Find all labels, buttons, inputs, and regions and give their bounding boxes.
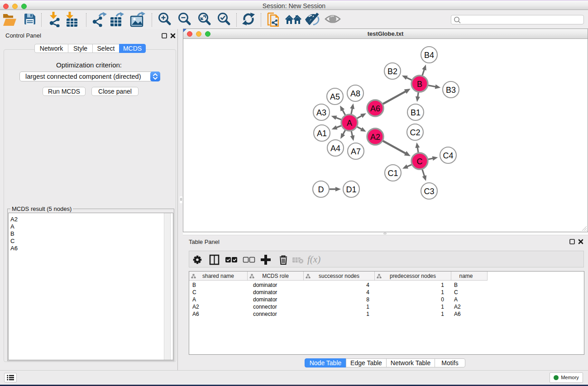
svg-text:C2: C2 (410, 128, 420, 137)
svg-text:B1: B1 (411, 108, 421, 117)
svg-text:B4: B4 (424, 51, 434, 60)
svg-text:B3: B3 (446, 86, 456, 95)
svg-text:A6: A6 (370, 104, 380, 113)
svg-text:A5: A5 (330, 92, 340, 101)
svg-text:A3: A3 (316, 108, 326, 117)
svg-text:A7: A7 (351, 147, 361, 156)
svg-text:C1: C1 (387, 169, 398, 178)
svg-text:A1: A1 (317, 129, 327, 138)
svg-text:C: C (417, 157, 423, 166)
svg-text:D1: D1 (346, 185, 356, 194)
svg-text:C3: C3 (424, 187, 434, 196)
svg-text:A2: A2 (370, 133, 380, 142)
svg-text:A: A (347, 119, 352, 128)
svg-text:D: D (318, 185, 324, 194)
svg-text:B: B (417, 80, 422, 89)
svg-text:B2: B2 (387, 67, 397, 76)
svg-text:C4: C4 (443, 151, 453, 160)
svg-text:A8: A8 (350, 89, 360, 98)
svg-text:f(x): f(x) (307, 254, 320, 265)
svg-text:A4: A4 (330, 144, 340, 153)
